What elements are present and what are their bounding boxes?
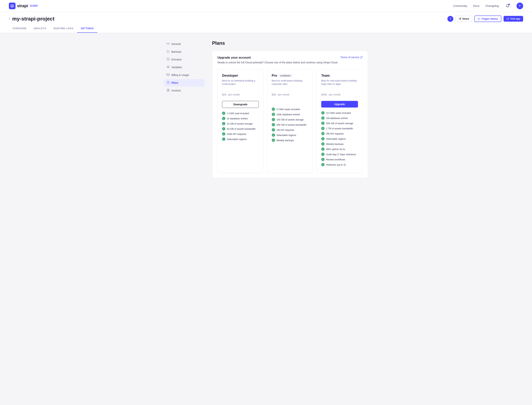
billing-icon — [167, 73, 169, 77]
check-icon: ✓ — [222, 122, 225, 125]
list-item: ✓ 100k database entries — [272, 113, 309, 116]
domains-icon — [167, 58, 169, 61]
trigger-deploy-icon — [478, 18, 480, 20]
tab-deploys[interactable]: DEPLOYS — [30, 24, 50, 33]
plans-icon — [167, 81, 169, 85]
navbar-right: Community Docs Changelog T — [453, 3, 523, 9]
strapi-logo-icon — [9, 3, 15, 9]
list-item: ✓ 500 GB of assets bandwidth — [272, 123, 309, 126]
share-button[interactable]: Share — [456, 16, 472, 22]
notification-dot — [508, 4, 510, 5]
tab-overview[interactable]: OVERVIEW — [9, 24, 30, 33]
notification-bell-button[interactable] — [505, 3, 511, 9]
check-icon: ✓ — [222, 132, 225, 136]
terms-of-service-link[interactable]: Terms of service — [340, 56, 363, 59]
sidebar-item-general[interactable]: General — [164, 40, 205, 48]
list-item: ✓ Selectable regions — [222, 137, 259, 141]
tab-runtime-logs[interactable]: RUNTIME LOGS — [50, 24, 77, 33]
svg-rect-8 — [167, 74, 169, 76]
plan-price-pro: $99 per month — [272, 89, 309, 97]
sidebar-item-backups[interactable]: Backups — [164, 48, 205, 55]
plan-card-developer: Developer Best for an individual buildin… — [217, 69, 263, 173]
list-item: ✓ 5 CMS seats included — [272, 108, 309, 111]
plan-card-pro: Pro CURRENT Best for small teams buildin… — [267, 69, 313, 173]
sidebar-item-billing[interactable]: Billing & Usage — [164, 71, 205, 79]
tabs-row: OVERVIEW DEPLOYS RUNTIME LOGS SETTINGS — [9, 24, 523, 33]
user-avatar-nav[interactable]: T — [517, 3, 523, 9]
list-item: ✓ 1k database entries — [222, 117, 259, 120]
list-item: ✓ 50 GB of assets bandwidth — [222, 127, 259, 130]
check-icon: ✓ — [272, 133, 275, 137]
list-item: ✓ 15 GB of assets storage — [222, 122, 259, 125]
list-item: ✓ Weekly backups — [321, 142, 358, 146]
sidebar-item-variables[interactable]: Variables — [164, 64, 205, 71]
plan-name-developer: Developer — [222, 74, 259, 78]
list-item: ✓ Audit logs (7 days retention) — [321, 153, 358, 156]
project-title-row: ‹ my-strapi-project T Share Trigger depl… — [9, 12, 523, 24]
plan-name-team: Team — [321, 74, 358, 78]
navbar-brand: strapi CLOUD — [9, 3, 38, 9]
project-name: my-strapi-project — [12, 16, 54, 22]
project-title-left: ‹ my-strapi-project — [9, 16, 54, 22]
tab-settings[interactable]: SETTINGS — [77, 24, 97, 33]
check-icon: ✓ — [272, 128, 275, 132]
list-item: ✓ 1M database entries — [321, 116, 358, 120]
project-header: ‹ my-strapi-project T Share Trigger depl… — [0, 12, 532, 33]
list-item: ✓ 99% uptime SLAs — [321, 148, 358, 151]
nav-docs[interactable]: Docs — [473, 4, 479, 7]
sidebar-item-plans[interactable]: Plans — [164, 79, 205, 87]
sidebar-label-general: General — [171, 42, 181, 46]
sidebar-label-backups: Backups — [171, 50, 182, 53]
svg-point-3 — [168, 43, 168, 44]
visit-app-icon — [506, 18, 509, 20]
trigger-deploy-button[interactable]: Trigger deploy — [474, 15, 501, 22]
project-actions: T Share Trigger deploy Visit app — [447, 15, 523, 22]
page-title: Plans — [212, 40, 368, 46]
svg-marker-7 — [167, 66, 169, 68]
developer-features: ✓ 1 CMS seat included ✓ 1k database entr… — [222, 112, 259, 141]
plan-name-pro: Pro CURRENT — [272, 74, 309, 78]
plans-subtitle: Ready to unlock the full Cloud potential… — [217, 61, 363, 64]
main-content: Plans Upgrade your account Terms of serv… — [212, 40, 368, 178]
sidebar-label-domains: Domains — [171, 58, 182, 61]
sidebar: General Backups Domains Variables Billin… — [164, 40, 205, 178]
check-icon: ✓ — [272, 113, 275, 116]
invoices-icon — [167, 89, 169, 92]
check-icon: ✓ — [222, 117, 225, 120]
check-icon: ✓ — [321, 137, 324, 140]
sidebar-label-invoices: Invoices — [171, 89, 181, 92]
plan-desc-pro: Best for small teams building corporate … — [272, 79, 309, 86]
nav-changelog[interactable]: Changelog — [485, 4, 499, 7]
visit-app-button[interactable]: Visit app — [504, 16, 523, 22]
backups-icon — [167, 50, 169, 54]
check-icon: ✓ — [321, 148, 324, 151]
list-item: ✓ 1M API requests — [272, 128, 309, 132]
plan-price-developer: $29 per month — [222, 89, 259, 97]
upgrade-title: Upgrade your account — [217, 56, 251, 60]
upgrade-button[interactable]: Upgrade — [321, 101, 358, 108]
pro-features: ✓ 5 CMS seats included ✓ 100k database e… — [272, 108, 309, 142]
navbar: strapi CLOUD Community Docs Changelog T — [0, 0, 532, 12]
list-item: ✓ Weekly backups — [272, 139, 309, 142]
svg-rect-4 — [167, 58, 169, 60]
nav-community[interactable]: Community — [453, 4, 467, 7]
check-icon: ✓ — [222, 137, 225, 141]
back-arrow-button[interactable]: ‹ — [9, 17, 10, 21]
plan-desc-team: Best for mid-sized teams building large … — [321, 79, 358, 86]
check-icon: ✓ — [321, 158, 324, 161]
variables-icon — [167, 65, 169, 69]
plan-desc-developer: Best for an individual building a small … — [222, 79, 259, 86]
sidebar-item-domains[interactable]: Domains — [164, 56, 205, 63]
downgrade-button[interactable]: Downgrade — [222, 101, 259, 108]
cloud-badge: CLOUD — [29, 4, 38, 7]
list-item: ✓ 150 GB of assets storage — [272, 118, 309, 121]
project-avatar: T — [447, 16, 453, 22]
list-item: ✓ 10 CMS seats included — [321, 111, 358, 115]
check-icon: ✓ — [272, 108, 275, 111]
sidebar-label-billing: Billing & Usage — [171, 74, 189, 76]
sidebar-item-invoices[interactable]: Invoices — [164, 87, 205, 94]
plans-header: Upgrade your account Terms of service — [217, 56, 363, 60]
svg-line-12 — [361, 56, 362, 57]
sidebar-label-plans: Plans — [171, 81, 178, 84]
list-item: ✓ Selectable regions — [321, 137, 358, 140]
